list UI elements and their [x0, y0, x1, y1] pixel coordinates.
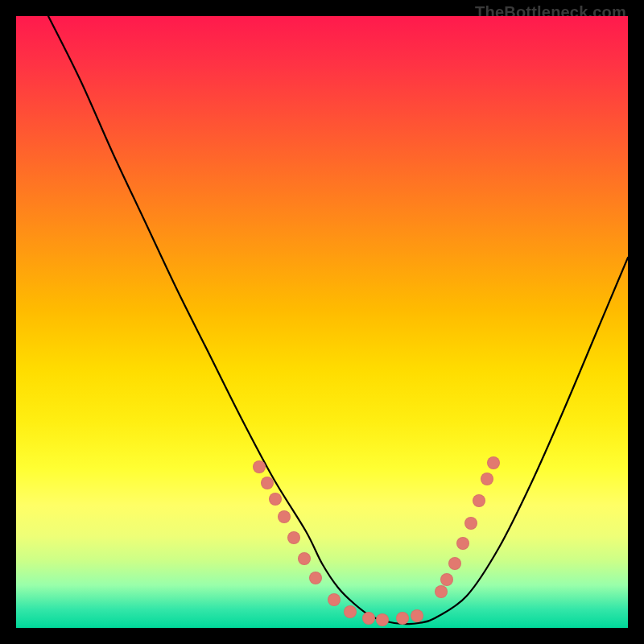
marker-dot — [278, 510, 291, 523]
marker-dot — [298, 552, 311, 565]
marker-dot — [464, 517, 477, 530]
marker-dot — [344, 605, 357, 618]
marker-dot — [481, 473, 493, 485]
marker-dot — [435, 585, 448, 598]
marker-dot — [287, 531, 300, 544]
marker-dot — [261, 477, 274, 489]
chart-frame: TheBottleneck.com — [0, 0, 644, 644]
bottleneck-curve — [48, 16, 628, 624]
marker-dot — [309, 572, 322, 584]
marker-dot — [253, 460, 266, 473]
marker-dot — [456, 537, 469, 550]
marker-dot — [473, 494, 485, 507]
marker-dot — [269, 493, 282, 506]
marker-dot — [376, 613, 389, 626]
marker-dot — [362, 612, 375, 625]
marker-dot — [396, 612, 409, 625]
marker-dot — [440, 573, 453, 586]
marker-dot — [448, 557, 461, 570]
marker-dot — [487, 456, 500, 469]
plot-area — [16, 16, 628, 628]
marker-dot — [411, 609, 423, 622]
marker-dot — [328, 593, 341, 606]
curve-svg — [16, 16, 628, 628]
